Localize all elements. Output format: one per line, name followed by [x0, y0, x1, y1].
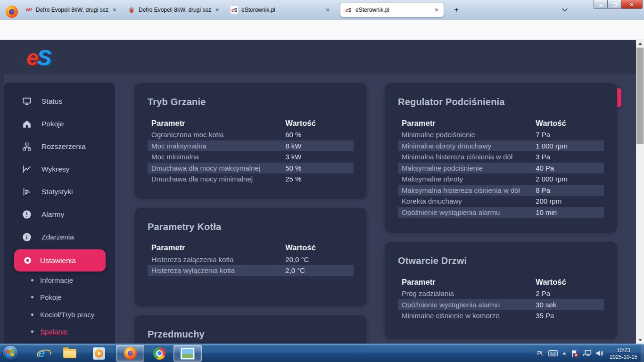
tab-close-icon[interactable]: × — [434, 7, 439, 13]
param-value: 25 % — [285, 175, 350, 183]
tab-close-icon[interactable]: × — [215, 7, 220, 13]
sidebar-subitem-pokoje[interactable]: Pokoje — [4, 289, 115, 306]
param-label: Moc minimalna — [151, 153, 285, 161]
network-icon — [22, 141, 32, 152]
chart-line-icon — [22, 164, 32, 174]
sidebar-label: Alarmy — [41, 210, 64, 219]
clock[interactable]: 10:23 2025-10-15 — [610, 347, 637, 360]
taskbar: e PL 10:23 2025-10-15 — [0, 344, 644, 362]
param-label: Próg zadziałania — [402, 289, 536, 297]
table-header: Parametr Wartość — [398, 276, 604, 288]
sidebar-item-ustawienia-active[interactable]: Ustawienia — [14, 249, 106, 272]
scroll-up-icon[interactable] — [636, 40, 644, 47]
param-label: Minimalna histereza ciśnienia w dół — [402, 153, 536, 161]
sidebar-subitem-kociol-tryb-pracy[interactable]: Kocioł/Tryb pracy — [4, 306, 115, 323]
param-label: Maksymalna histereza ciśnienia w dół — [402, 186, 536, 194]
subitem-label: Pokoje — [40, 293, 62, 301]
table-row: Maksymalne podciśnienie 40 Pa — [398, 163, 604, 174]
language-indicator[interactable]: PL — [537, 350, 544, 357]
param-value: 10 min — [536, 208, 600, 216]
sidebar-item-pokoje[interactable]: Pokoje — [4, 113, 115, 135]
monitor-icon — [22, 96, 32, 107]
browser-tab-2[interactable]: Defro Evopell 8kW, drugi sezon × — [124, 3, 224, 17]
page-scrollbar[interactable] — [636, 40, 644, 344]
tab-close-icon[interactable]: × — [112, 7, 117, 13]
browser-tab-1[interactable]: WP Defro Evopell 8kW, drugi sezon × — [21, 3, 122, 17]
sidebar: Status Pokoje Rozszerzenia Wykresy Staty… — [4, 82, 115, 344]
sidebar-item-wykresy[interactable]: Wykresy — [4, 158, 115, 181]
table-header: Parametr Wartość — [398, 117, 604, 129]
sidebar-item-zdarzenia[interactable]: Zdarzenia — [4, 226, 115, 248]
minimize-button[interactable] — [594, 0, 608, 9]
clock-time: 10:23 — [617, 347, 630, 353]
tab-title: Defro Evopell 8kW, drugi sezon — [36, 7, 108, 13]
sidebar-item-rozszerzenia[interactable]: Rozszerzenia — [4, 135, 115, 158]
param-value: 50 % — [285, 164, 350, 172]
param-value: 2,0 °C — [285, 266, 350, 274]
network-icon[interactable] — [583, 350, 592, 357]
table-row: Moc minimalna 3 kW — [148, 151, 354, 163]
start-button[interactable] — [2, 345, 18, 361]
table-row: Opóźnienie wystąpienia alarmu 10 min — [398, 207, 604, 218]
column-header-param: Parametr — [402, 119, 536, 128]
show-hidden-icons-icon[interactable] — [562, 352, 567, 355]
sidebar-subitem-spalanie-active[interactable]: Spalanie — [4, 323, 115, 341]
sidebar-label: Ustawienia — [40, 256, 76, 265]
param-value: 8 Pa — [536, 186, 600, 194]
param-value: 8 kW — [285, 142, 350, 150]
column-header-value: Wartość — [285, 119, 350, 128]
card-title: Parametry Kotła — [148, 220, 354, 233]
table-header: Parametr Wartość — [148, 117, 354, 129]
close-button[interactable]: × — [621, 0, 643, 9]
taskbar-chrome-icon[interactable] — [145, 345, 173, 362]
param-label: Minimalne ciśnienie w komorze — [402, 312, 536, 320]
restore-button[interactable] — [607, 0, 621, 9]
param-label: Histereza załączenia kotła — [151, 255, 285, 263]
param-value: 200 rpm — [536, 197, 600, 205]
action-center-flag-icon[interactable] — [571, 350, 578, 357]
browser-tab-4-active[interactable]: eS eSterownik.pl × — [340, 3, 444, 17]
param-label: Dmuchawa dla mocy minimalnej — [151, 175, 285, 183]
taskbar-explorer-icon[interactable] — [56, 345, 84, 362]
screen: WP Defro Evopell 8kW, drugi sezon × Defr… — [0, 0, 644, 362]
taskbar-ie-icon[interactable]: e — [27, 345, 56, 362]
param-label: Opóźnienie wystąpienia alarmu — [402, 301, 536, 309]
scrollbar-thumb[interactable] — [636, 48, 644, 144]
volume-icon[interactable] — [596, 350, 603, 357]
taskbar-media-player-icon[interactable] — [85, 345, 113, 362]
keyboard-icon[interactable] — [548, 350, 558, 356]
show-desktop-button[interactable] — [641, 344, 644, 362]
subitem-label: Spalanie — [40, 328, 67, 336]
table-row: Korekta dmuchawy 200 rpm — [398, 196, 604, 207]
new-tab-button[interactable]: + — [451, 4, 462, 16]
tab-close-icon[interactable]: × — [325, 7, 330, 13]
column-header-value: Wartość — [536, 119, 600, 128]
taskbar-snipping-tool-icon[interactable] — [173, 345, 202, 362]
sidebar-item-statystyki[interactable]: Statystyki — [4, 181, 115, 203]
scroll-down-icon[interactable] — [636, 337, 644, 344]
param-value: 40 Pa — [536, 164, 600, 172]
param-label: Minimalne podciśnienie — [402, 131, 536, 139]
subitem-label: Informacje — [40, 276, 73, 284]
param-label: Korekta dmuchawy — [402, 197, 536, 205]
sidebar-item-status[interactable]: Status — [4, 90, 115, 113]
list-all-tabs-icon[interactable] — [560, 6, 570, 14]
table-row: Dmuchawa dla mocy maksymalnej 50 % — [148, 163, 354, 174]
table-row: Maksymalne obroty 2 000 rpm — [398, 173, 604, 185]
table-body: Próg zadziałania 2 Pa Opóźnienie wystąpi… — [398, 288, 604, 321]
es-icon: eS — [345, 6, 352, 14]
card-tryb-grzanie: Tryb Grzanie Parametr Wartość Ograniczon… — [134, 83, 367, 199]
bullet-icon — [31, 296, 33, 298]
sidebar-item-alarmy[interactable]: Alarmy — [4, 203, 115, 226]
table-row: Minimalna histereza ciśnienia w dół 3 Pa — [398, 151, 604, 163]
system-tray: PL 10:23 2025-10-15 — [537, 344, 637, 362]
tab-title: eSterownik.pl — [241, 7, 322, 13]
browser-tab-3[interactable]: eS eSterownik.pl × — [226, 3, 335, 17]
card-title: Tryb Grzanie — [148, 95, 354, 108]
column-header-param: Parametr — [151, 243, 285, 252]
card-title: Otwarcie Drzwi — [398, 254, 604, 267]
es-logo[interactable]: eS — [26, 45, 50, 70]
sidebar-subitem-informacje[interactable]: Informacje — [4, 272, 115, 289]
taskbar-firefox-icon[interactable] — [116, 345, 144, 362]
param-label: Minimalne obroty dmuchawy — [402, 142, 536, 150]
